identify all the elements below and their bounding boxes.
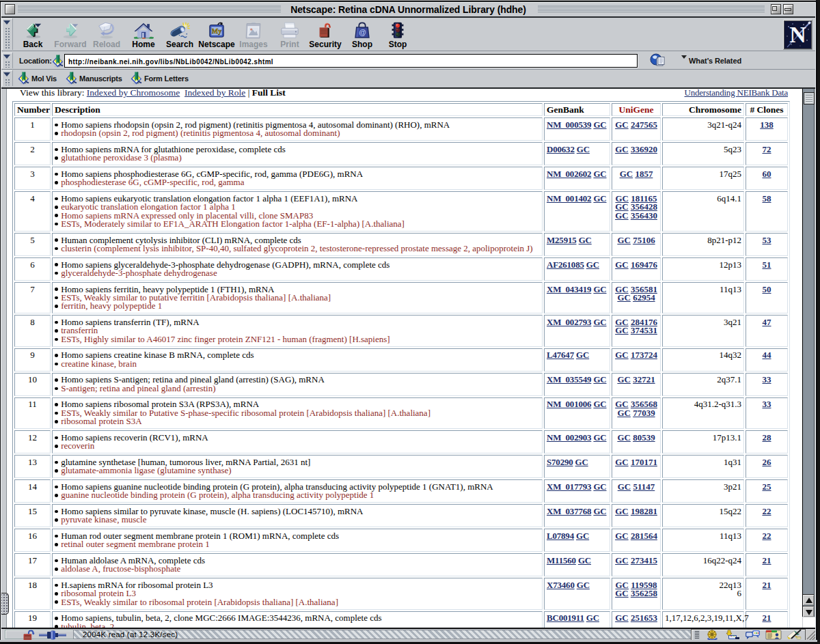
- svg-text:N: N: [789, 22, 806, 47]
- svg-text:My: My: [212, 27, 221, 35]
- svg-text:@: @: [359, 28, 366, 36]
